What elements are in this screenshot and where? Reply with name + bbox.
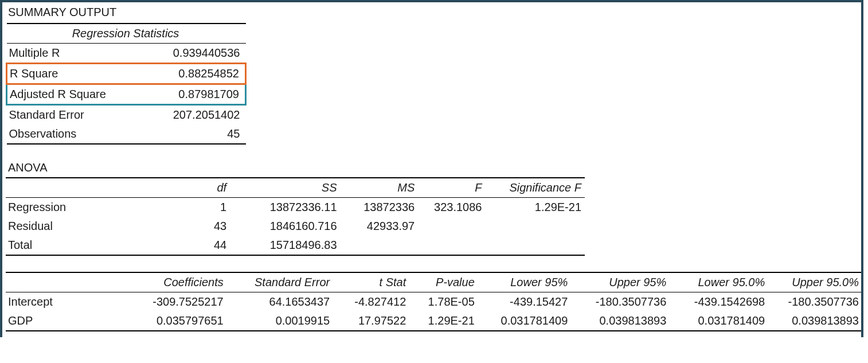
anova-col-significance-f: Significance F xyxy=(485,178,585,198)
anova-cell: 15718496.83 xyxy=(230,236,340,255)
summary-output-title: SUMMARY OUTPUT xyxy=(6,6,116,18)
anova-row-regression: Regression 1 13872336.11 13872336 323.10… xyxy=(6,198,585,217)
anova-cell: 13872336 xyxy=(341,198,419,217)
anova-cell: 1.29E-21 xyxy=(485,198,585,217)
coef-row-label: GDP xyxy=(6,311,128,331)
coef-cell: 0.0019915 xyxy=(227,311,333,331)
coef-cell: -4.827412 xyxy=(333,292,409,312)
anova-col-ss: SS xyxy=(230,178,340,198)
stat-label: Standard Error xyxy=(7,105,136,125)
stat-value: 45 xyxy=(136,124,246,144)
coef-cell: -439.15427 xyxy=(478,292,572,312)
anova-cell: 1 xyxy=(136,198,230,217)
anova-cell xyxy=(341,236,419,255)
stat-value: 207.2051402 xyxy=(136,105,246,125)
stat-row-observations: Observations 45 xyxy=(7,124,246,144)
coef-cell: 17.97522 xyxy=(333,311,409,331)
anova-col-df: df xyxy=(136,178,230,198)
coef-row-intercept: Intercept -309.7525217 64.1653437 -4.827… xyxy=(6,292,862,312)
coef-col-coefficients: Coefficients xyxy=(128,272,227,292)
coef-col-p-value: P-value xyxy=(409,272,478,292)
coef-cell: 0.039813893 xyxy=(571,311,670,331)
anova-cell: 13872336.11 xyxy=(230,198,340,217)
stat-label: Observations xyxy=(7,124,136,144)
coef-col-t-stat: t Stat xyxy=(333,272,409,292)
anova-cell: 1846160.716 xyxy=(230,217,340,236)
anova-cell xyxy=(485,236,585,255)
coef-cell: 0.031781409 xyxy=(670,311,768,331)
coef-row-label: Intercept xyxy=(6,292,128,312)
stat-value: 0.939440536 xyxy=(136,44,246,64)
coef-cell: -180.3507736 xyxy=(571,292,670,312)
anova-cell: 44 xyxy=(136,236,230,255)
regression-statistics-heading: Regression Statistics xyxy=(7,24,246,44)
coef-cell: 0.031781409 xyxy=(478,311,572,331)
anova-col-ms: MS xyxy=(341,178,419,198)
anova-cell xyxy=(485,217,585,236)
stat-label: Adjusted R Square xyxy=(7,84,136,105)
anova-row-label: Regression xyxy=(6,198,136,217)
coef-col-upper-95: Upper 95% xyxy=(571,272,670,292)
coef-cell: 1.29E-21 xyxy=(409,311,478,331)
anova-cell: 43 xyxy=(136,217,230,236)
coef-cell: -439.1542698 xyxy=(670,292,768,312)
coef-cell: -180.3507736 xyxy=(768,292,862,312)
anova-header-row: df SS MS F Significance F xyxy=(6,178,585,198)
anova-col-f: F xyxy=(418,178,485,198)
coef-col-upper-95-0: Upper 95.0% xyxy=(768,272,862,292)
anova-row-label: Residual xyxy=(6,217,136,236)
coefficients-table: Coefficients Standard Error t Stat P-val… xyxy=(6,272,862,331)
anova-row-label: Total xyxy=(6,236,136,255)
coef-cell: 0.035797651 xyxy=(128,311,227,331)
anova-cell: 42933.97 xyxy=(341,217,419,236)
coef-cell: 1.78E-05 xyxy=(409,292,478,312)
anova-table: ANOVA df SS MS F Significance F Regressi… xyxy=(6,158,585,256)
anova-row-residual: Residual 43 1846160.716 42933.97 xyxy=(6,217,585,236)
anova-cell xyxy=(418,217,485,236)
stat-row-adjusted-r-square: Adjusted R Square 0.87981709 xyxy=(7,84,246,105)
coef-cell: 0.039813893 xyxy=(768,311,862,331)
stat-row-multiple-r: Multiple R 0.939440536 xyxy=(7,44,246,64)
coef-row-gdp: GDP 0.035797651 0.0019915 17.97522 1.29E… xyxy=(6,311,862,331)
regression-statistics-table: Regression Statistics Multiple R 0.93944… xyxy=(6,23,247,145)
coef-header-row: Coefficients Standard Error t Stat P-val… xyxy=(6,272,862,292)
stat-value: 0.88254852 xyxy=(136,64,246,84)
stat-label: R Square xyxy=(7,64,136,84)
anova-row-total: Total 44 15718496.83 xyxy=(6,236,585,255)
anova-heading: ANOVA xyxy=(6,158,585,178)
coef-cell: -309.7525217 xyxy=(128,292,227,312)
anova-cell: 323.1086 xyxy=(418,198,485,217)
coef-col-standard-error: Standard Error xyxy=(227,272,333,292)
stat-row-standard-error: Standard Error 207.2051402 xyxy=(7,105,246,125)
coef-col-lower-95-0: Lower 95.0% xyxy=(670,272,768,292)
coef-cell: 64.1653437 xyxy=(227,292,333,312)
stat-label: Multiple R xyxy=(7,44,136,64)
stat-value: 0.87981709 xyxy=(136,84,246,105)
coef-col-lower-95: Lower 95% xyxy=(478,272,572,292)
anova-cell xyxy=(418,236,485,255)
stat-row-r-square: R Square 0.88254852 xyxy=(7,64,246,84)
